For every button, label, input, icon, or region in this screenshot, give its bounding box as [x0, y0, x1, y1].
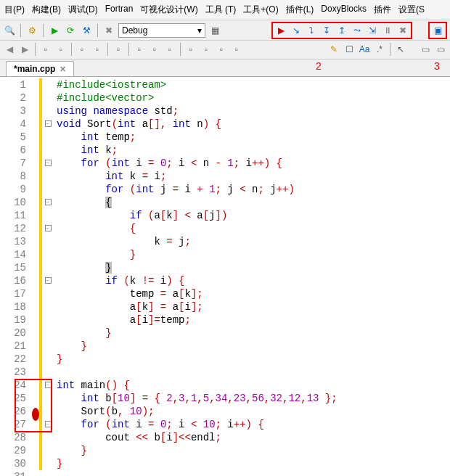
- menu-bar: 目(P)构建(B)调试(D)Fortran可视化设计(W)工具 (T)工具+(O…: [0, 0, 450, 20]
- tool-a-icon[interactable]: ▫: [39, 43, 52, 56]
- code-line[interactable]: int k = i;: [57, 170, 338, 183]
- code-line[interactable]: a[i]=temp;: [57, 313, 338, 327]
- breakpoint-marker[interactable]: [32, 408, 39, 421]
- menu-item[interactable]: 可视化设计(W): [137, 2, 200, 17]
- code-line[interactable]: for (int i = 0; i < 10; i++) {: [57, 418, 338, 431]
- code-line[interactable]: int b[10] = { 2,3,1,5,34,23,56,32,12,13 …: [57, 392, 338, 405]
- debug-toolbar-group: ▶ ↘ ⤵ ↧ ↥ ⤳ ⇲ ⏸ ✖: [271, 22, 412, 39]
- code-line[interactable]: {: [57, 196, 338, 209]
- break-icon[interactable]: ⏸: [381, 24, 394, 37]
- gear-icon[interactable]: ⚙: [25, 24, 38, 37]
- dropdown-chevron: ▾: [197, 25, 202, 36]
- tool-k-icon[interactable]: ▫: [215, 43, 228, 56]
- fold-toggle-icon[interactable]: −: [45, 199, 52, 205]
- debug-continue-icon[interactable]: ▶: [274, 24, 287, 37]
- pointer-icon[interactable]: ↖: [394, 43, 407, 56]
- code-line[interactable]: a[k] = a[i];: [57, 300, 338, 313]
- menu-item[interactable]: 插件(L): [283, 2, 317, 17]
- tool-f-icon[interactable]: ▫: [133, 43, 146, 56]
- tool-d-icon[interactable]: ▫: [91, 43, 104, 56]
- code-line[interactable]: [57, 470, 338, 476]
- code-line[interactable]: int temp;: [57, 131, 338, 144]
- menu-item[interactable]: Fortran: [102, 2, 136, 17]
- tool-c-icon[interactable]: ▫: [75, 43, 89, 56]
- code-line[interactable]: }: [57, 261, 338, 274]
- menu-item[interactable]: 调试(D): [65, 2, 101, 17]
- menu-item[interactable]: 目(P): [1, 2, 28, 17]
- code-line[interactable]: #include<iostream>: [57, 78, 338, 91]
- code-line[interactable]: [57, 366, 338, 379]
- tool-g-icon[interactable]: ▫: [148, 43, 161, 56]
- select-icon[interactable]: ☐: [343, 43, 356, 56]
- build-icon[interactable]: ⚒: [80, 24, 93, 37]
- code-line[interactable]: }: [57, 248, 338, 261]
- case-icon[interactable]: Aa: [358, 43, 371, 56]
- step-into-icon[interactable]: ↧: [320, 24, 333, 37]
- menu-item[interactable]: 工具 (T): [202, 2, 240, 17]
- highlight-icon[interactable]: ✎: [327, 43, 340, 56]
- step-into-instr-icon[interactable]: ⇲: [366, 24, 379, 37]
- code-line[interactable]: {: [57, 222, 338, 235]
- menu-item[interactable]: 设置(S: [396, 2, 428, 17]
- code-line[interactable]: }: [57, 444, 338, 457]
- code-editor[interactable]: 1234567891011121314151617181920212223242…: [0, 77, 450, 476]
- panel-a-icon[interactable]: ▭: [419, 43, 432, 56]
- menu-item[interactable]: 工具+(O): [240, 2, 281, 17]
- tab-main-cpp[interactable]: *main.cpp ✕: [6, 61, 74, 76]
- menu-item[interactable]: 构建(B): [29, 2, 64, 17]
- step-out-icon[interactable]: ↥: [335, 24, 348, 37]
- target-icon[interactable]: ▦: [208, 24, 221, 37]
- fold-gutter[interactable]: −−−−−−−: [42, 77, 54, 476]
- tool-j-icon[interactable]: ▫: [200, 43, 213, 56]
- code-line[interactable]: if (k != i) {: [57, 274, 338, 287]
- stop-debug-icon[interactable]: ✖: [396, 24, 409, 37]
- back-icon[interactable]: ◀: [3, 43, 16, 56]
- build-run-icon[interactable]: ⟳: [64, 24, 77, 37]
- fold-toggle-icon[interactable]: −: [45, 421, 52, 427]
- code-line[interactable]: void Sort(int a[], int n) {: [57, 118, 338, 131]
- tab-close-icon[interactable]: ✕: [60, 65, 66, 74]
- code-line[interactable]: using namespace std;: [57, 104, 338, 118]
- regex-icon[interactable]: .*: [373, 43, 386, 56]
- code-line[interactable]: temp = a[k];: [57, 287, 338, 300]
- run-to-cursor-icon[interactable]: ↘: [290, 24, 303, 37]
- tool-h-icon[interactable]: ▫: [163, 43, 176, 56]
- code-line[interactable]: }: [57, 327, 338, 340]
- line-number-gutter: 1234567891011121314151617181920212223242…: [0, 77, 32, 476]
- next-line-icon[interactable]: ⤵: [305, 24, 318, 37]
- code-line[interactable]: cout << b[i]<<endl;: [57, 431, 338, 444]
- tool-i-icon[interactable]: ▫: [184, 43, 197, 56]
- forward-icon[interactable]: ▶: [18, 43, 31, 56]
- tool-l-icon[interactable]: ▫: [230, 43, 243, 56]
- debug-windows-icon[interactable]: ▣: [431, 24, 444, 37]
- code-line[interactable]: }: [57, 353, 338, 366]
- menu-item[interactable]: 插件: [371, 2, 394, 17]
- code-line[interactable]: if (a[k] < a[j]): [57, 209, 338, 222]
- run-icon[interactable]: ▶: [48, 24, 61, 37]
- code-line[interactable]: }: [57, 340, 338, 353]
- marker-gutter[interactable]: [32, 77, 39, 476]
- next-instr-icon[interactable]: ⤳: [351, 24, 364, 37]
- code-line[interactable]: int main() {: [57, 379, 338, 392]
- fold-toggle-icon[interactable]: −: [45, 160, 52, 166]
- code-line[interactable]: k = j;: [57, 235, 338, 248]
- build-config-dropdown[interactable]: Debug ▾: [118, 23, 205, 38]
- panel-b-icon[interactable]: ▭: [434, 43, 447, 56]
- fold-toggle-icon[interactable]: −: [45, 382, 52, 388]
- code-line[interactable]: for (int j = i + 1; j < n; j++): [57, 183, 338, 196]
- code-line[interactable]: }: [57, 457, 338, 470]
- fold-toggle-icon[interactable]: −: [45, 120, 52, 127]
- code-area[interactable]: #include<iostream>#include<vector>using …: [54, 77, 338, 476]
- code-line[interactable]: #include<vector>: [57, 91, 338, 104]
- toolbar-row-2: ◀ ▶ ▫ ▫ ▫ ▫ ▫ ▫ ▫ ▫ ▫ ▫ ▫ ▫ ✎ ☐ Aa .* ↖ …: [0, 41, 450, 60]
- tool-e-icon[interactable]: ▫: [112, 43, 125, 56]
- code-line[interactable]: Sort(b, 10);: [57, 405, 338, 418]
- menu-item[interactable]: DoxyBlocks: [318, 2, 369, 17]
- search-icon[interactable]: 🔍: [3, 24, 16, 37]
- fold-toggle-icon[interactable]: −: [45, 225, 52, 231]
- code-line[interactable]: for (int i = 0; i < n - 1; i++) {: [57, 157, 338, 170]
- code-line[interactable]: int k;: [57, 144, 338, 157]
- stop-icon[interactable]: ✖: [102, 24, 115, 37]
- tool-b-icon[interactable]: ▫: [54, 43, 68, 56]
- fold-toggle-icon[interactable]: −: [45, 277, 52, 284]
